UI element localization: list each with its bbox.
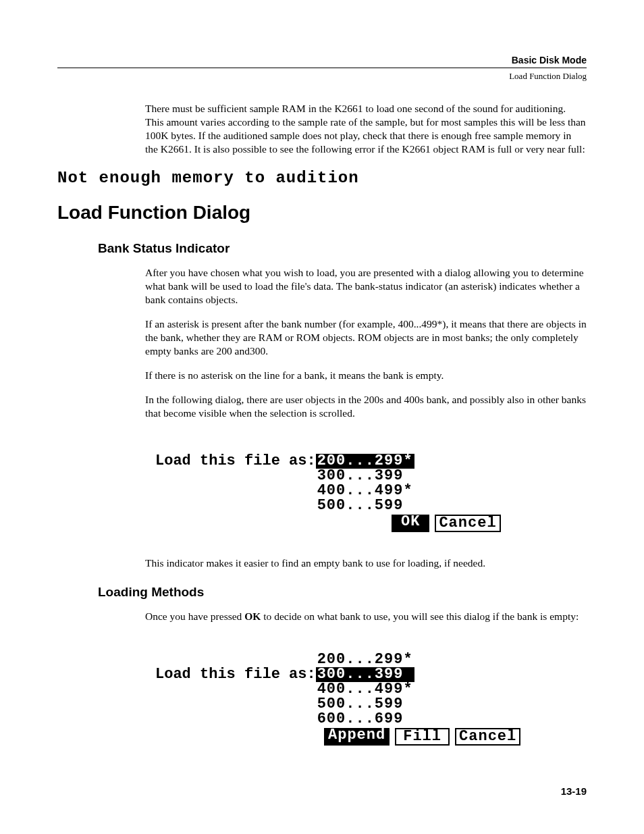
header-section: Basic Disk Mode [512,55,587,66]
load-dialog-2: Load this file as: 200...299* 300...399 … [155,652,587,746]
intro-paragraph: There must be sufficient sample RAM in t… [145,102,587,157]
ok-bold: OK [244,610,261,622]
dialog1-buttons: OK Cancel [392,515,587,532]
dialog2-bank-list[interactable]: 200...299* 300...399 400...499* 500...59… [316,652,414,727]
dialog2-buttons: Append Fill Cancel [324,728,587,746]
bank-item[interactable]: 400...499* [316,484,414,498]
h2-loading-methods: Loading Methods [98,585,587,600]
bank-item[interactable]: 600...699 [316,712,414,727]
dialog1-prompt: Load this file as: [155,454,316,513]
loading-p1: Once you have pressed OK to decide on wh… [145,610,587,623]
bank-item[interactable]: 300...399 [316,667,414,682]
append-button[interactable]: Append [324,728,390,746]
bank-item[interactable]: 500...599 [316,498,414,513]
fill-button[interactable]: Fill [395,728,450,746]
page-number: 13-19 [561,785,587,797]
error-message: Not enough memory to audition [57,169,587,187]
bank-p5: This indicator makes it easier to find a… [145,556,587,570]
bank-item[interactable]: 200...299* [316,652,414,667]
bank-item[interactable]: 300...399 [316,469,414,484]
header-bar: Basic Disk Mode [57,54,587,68]
bank-p3: If there is no asterisk on the line for … [145,369,587,382]
dialog1-bank-list[interactable]: 200...299* 300...399 400...499* 500...59… [316,454,414,513]
header-subsection: Load Function Dialog [57,71,587,82]
cancel-button[interactable]: Cancel [455,728,520,746]
text: Once you have pressed [145,610,244,622]
load-dialog-1: Load this file as: 200...299* 300...399 … [155,454,587,532]
bank-item[interactable]: 400...499* [316,682,414,697]
text: to decide on what bank to use, you will … [261,610,579,622]
bank-p2: If an asterisk is present after the bank… [145,317,587,358]
page: Basic Disk Mode Load Function Dialog The… [0,0,644,834]
ok-button[interactable]: OK [392,515,429,532]
bank-p4: In the following dialog, there are user … [145,393,587,420]
h1-load-function-dialog: Load Function Dialog [57,202,587,224]
bank-p1: After you have chosen what you wish to l… [145,266,587,307]
dialog2-prompt: Load this file as: [155,667,316,682]
h2-bank-status-indicator: Bank Status Indicator [98,241,587,256]
bank-item[interactable]: 500...599 [316,697,414,712]
cancel-button[interactable]: Cancel [435,515,500,532]
bank-item[interactable]: 200...299* [316,454,414,469]
